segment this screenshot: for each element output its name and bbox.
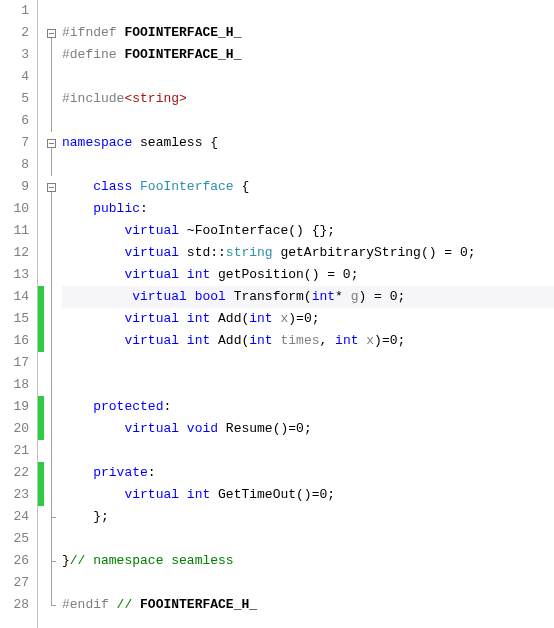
fold-cell: [44, 352, 58, 374]
fold-cell: [44, 374, 58, 396]
fold-cell: [44, 462, 58, 484]
fold-cell: [44, 418, 58, 440]
line-number: 20: [0, 418, 37, 440]
fold-cell: [44, 22, 58, 44]
code-line[interactable]: [62, 66, 554, 88]
code-line[interactable]: virtual int Add(int times, int x)=0;: [62, 330, 554, 352]
fold-cell: [44, 330, 58, 352]
line-number: 12: [0, 242, 37, 264]
fold-cell: [44, 88, 58, 110]
fold-cell: [44, 396, 58, 418]
code-line[interactable]: [62, 352, 554, 374]
code-line[interactable]: #define FOOINTERFACE_H_: [62, 44, 554, 66]
code-line[interactable]: private:: [62, 462, 554, 484]
line-number: 15: [0, 308, 37, 330]
fold-cell: [44, 440, 58, 462]
line-number: 13: [0, 264, 37, 286]
fold-cell: [44, 0, 58, 22]
line-number: 17: [0, 352, 37, 374]
code-line[interactable]: protected:: [62, 396, 554, 418]
code-line[interactable]: #endif // FOOINTERFACE_H_: [62, 594, 554, 616]
code-line[interactable]: [62, 528, 554, 550]
code-line[interactable]: public:: [62, 198, 554, 220]
code-line[interactable]: [62, 110, 554, 132]
code-line[interactable]: [62, 154, 554, 176]
code-line[interactable]: [62, 572, 554, 594]
fold-cell: [44, 110, 58, 132]
line-number: 1: [0, 0, 37, 22]
line-number: 16: [0, 330, 37, 352]
fold-toggle-icon[interactable]: [47, 183, 56, 192]
fold-cell: [44, 572, 58, 594]
fold-cell: [44, 528, 58, 550]
fold-cell: [44, 242, 58, 264]
line-number: 9: [0, 176, 37, 198]
line-number: 25: [0, 528, 37, 550]
code-editor[interactable]: #ifndef FOOINTERFACE_H_ #define FOOINTER…: [58, 0, 554, 628]
code-line[interactable]: class FooInterface {: [62, 176, 554, 198]
line-number: 3: [0, 44, 37, 66]
code-line[interactable]: }// namespace seamless: [62, 550, 554, 572]
line-number: 24: [0, 506, 37, 528]
fold-cell: [44, 220, 58, 242]
fold-cell: [44, 176, 58, 198]
line-number: 21: [0, 440, 37, 462]
fold-cell: [44, 308, 58, 330]
fold-toggle-icon[interactable]: [47, 29, 56, 38]
line-number: 23: [0, 484, 37, 506]
line-number: 6: [0, 110, 37, 132]
code-line[interactable]: namespace seamless {: [62, 132, 554, 154]
line-number: 14: [0, 286, 37, 308]
code-line[interactable]: virtual std::string getArbitraryString()…: [62, 242, 554, 264]
line-number: 8: [0, 154, 37, 176]
fold-cell: [44, 550, 58, 572]
fold-cell: [44, 66, 58, 88]
code-line[interactable]: virtual ~FooInterface() {};: [62, 220, 554, 242]
code-line[interactable]: #ifndef FOOINTERFACE_H_: [62, 22, 554, 44]
code-line[interactable]: };: [62, 506, 554, 528]
fold-cell: [44, 506, 58, 528]
fold-cell: [44, 286, 58, 308]
line-number: 5: [0, 88, 37, 110]
line-number: 19: [0, 396, 37, 418]
fold-cell: [44, 264, 58, 286]
line-number: 4: [0, 66, 37, 88]
code-line[interactable]: [62, 0, 554, 22]
line-number: 22: [0, 462, 37, 484]
line-number: 7: [0, 132, 37, 154]
line-number-gutter: 1 2 3 4 5 6 7 8 9 10 11 12 13 14 15 16 1…: [0, 0, 38, 628]
fold-margin: [44, 0, 58, 628]
line-number: 11: [0, 220, 37, 242]
line-number: 10: [0, 198, 37, 220]
code-line[interactable]: virtual int getPosition() = 0;: [62, 264, 554, 286]
fold-cell: [44, 594, 58, 616]
code-line[interactable]: [62, 440, 554, 462]
line-number: 18: [0, 374, 37, 396]
code-line-current[interactable]: virtual bool Transform(int* g) = 0;: [62, 286, 554, 308]
fold-cell: [44, 484, 58, 506]
code-line[interactable]: virtual int GetTimeOut()=0;: [62, 484, 554, 506]
fold-cell: [44, 132, 58, 154]
line-number: 28: [0, 594, 37, 616]
fold-cell: [44, 198, 58, 220]
code-line[interactable]: #include<string>: [62, 88, 554, 110]
fold-cell: [44, 154, 58, 176]
fold-toggle-icon[interactable]: [47, 139, 56, 148]
code-line[interactable]: [62, 374, 554, 396]
code-line[interactable]: virtual int Add(int x)=0;: [62, 308, 554, 330]
code-line[interactable]: virtual void Resume()=0;: [62, 418, 554, 440]
line-number: 26: [0, 550, 37, 572]
fold-cell: [44, 44, 58, 66]
line-number: 27: [0, 572, 37, 594]
line-number: 2: [0, 22, 37, 44]
